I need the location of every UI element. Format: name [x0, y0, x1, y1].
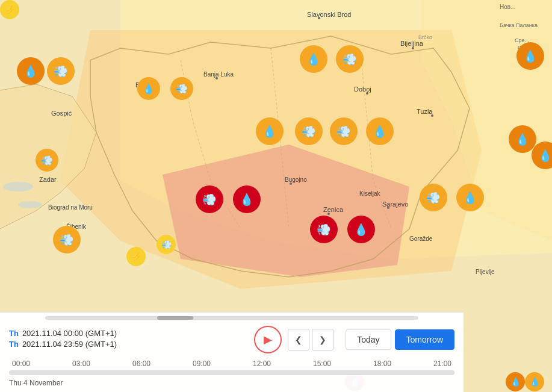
play-icon: ▶ [264, 333, 272, 346]
next-button[interactable]: ❯ [312, 329, 333, 350]
weather-icon-rain9[interactable]: 💧 [456, 184, 484, 211]
svg-text:Banja Luka: Banja Luka [203, 71, 234, 78]
timeline-panel: Th 2021.11.04 00:00 (GMT+1) Th 2021.11.0… [0, 312, 464, 392]
svg-text:Нов...: Нов... [500, 4, 515, 10]
weather-icon-wind1[interactable]: 💨 [47, 57, 75, 85]
tick-label: 15:00 [310, 359, 334, 368]
weather-icon-thunder2[interactable]: ⚡ [0, 0, 19, 19]
svg-point-2 [18, 201, 42, 208]
play-button[interactable]: ▶ [254, 326, 282, 353]
weather-icon-wind-red2[interactable]: 💨 [310, 216, 338, 243]
to-day-badge: Th [9, 340, 19, 349]
weather-icon-rain4[interactable]: 💧 [516, 42, 544, 70]
svg-point-1 [3, 182, 33, 191]
svg-text:Goražde: Goražde [409, 235, 433, 242]
weather-icon-wind2[interactable]: 💨 [170, 77, 193, 100]
weather-icon-wind4[interactable]: 💨 [295, 117, 323, 145]
weather-icon-rain7[interactable]: 💧 [509, 125, 536, 153]
svg-text:Bugojno: Bugojno [285, 176, 307, 183]
timeline-track[interactable] [9, 370, 454, 375]
weather-icon-rain11[interactable]: 💧 [525, 372, 544, 391]
date-label: Thu 4 November [9, 379, 454, 387]
time-from-row: Th 2021.11.04 00:00 (GMT+1) [9, 329, 248, 338]
to-datetime: 2021.11.04 23:59 (GMT+1) [22, 340, 117, 349]
weather-icon-rain1[interactable]: 💧 [17, 57, 45, 85]
svg-text:Kiseljak: Kiseljak [359, 190, 380, 197]
time-ticks: 00:0003:0006:0009:0012:0015:0018:0021:00 [9, 359, 454, 368]
scroll-indicator[interactable] [45, 316, 418, 320]
weather-icon-rain6[interactable]: 💧 [366, 117, 394, 145]
svg-point-8 [412, 47, 414, 49]
tick-label: 18:00 [370, 359, 394, 368]
svg-text:Tuzla: Tuzla [417, 108, 433, 115]
day-buttons: Today Tomorrow [346, 329, 454, 350]
tick-label: 00:00 [9, 359, 33, 368]
prev-button[interactable]: ❮ [288, 329, 309, 350]
weather-icon-rain5[interactable]: 💧 [256, 117, 284, 145]
svg-text:Slavonski Brod: Slavonski Brod [307, 11, 351, 18]
weather-icon-wind6[interactable]: 💨 [36, 149, 58, 172]
timeline-info: Th 2021.11.04 00:00 (GMT+1) Th 2021.11.0… [9, 329, 248, 350]
time-to-row: Th 2021.11.04 23:59 (GMT+1) [9, 340, 248, 349]
svg-text:Sarajevo: Sarajevo [382, 201, 408, 208]
weather-icon-rain3[interactable]: 💧 [300, 45, 327, 73]
svg-text:Pljevlje: Pljevlje [476, 269, 495, 275]
tick-label: 03:00 [69, 359, 93, 368]
weather-icon-wind-red1[interactable]: 💨 [196, 185, 223, 213]
weather-icon-wind3[interactable]: 💨 [336, 45, 364, 73]
tick-label: 12:00 [250, 359, 274, 368]
svg-text:Bijeljina: Bijeljina [400, 40, 424, 47]
from-datetime: 2021.11.04 00:00 (GMT+1) [22, 329, 117, 338]
svg-text:Zadar: Zadar [39, 176, 57, 183]
svg-text:Zenica: Zenica [323, 206, 344, 213]
from-day-badge: Th [9, 329, 19, 338]
weather-icon-wind7[interactable]: 💨 [53, 226, 81, 254]
weather-icon-wind9[interactable]: 💨 [420, 184, 447, 211]
tick-label: 21:00 [430, 359, 454, 368]
weather-icon-rain-red2[interactable]: 💧 [347, 216, 375, 243]
tomorrow-button[interactable]: Tomorrow [395, 329, 454, 350]
svg-text:Brčko: Brčko [418, 34, 432, 40]
svg-text:Gospić: Gospić [51, 110, 72, 117]
scroll-thumb [157, 316, 193, 320]
nav-buttons: ❮ ❯ [288, 329, 333, 350]
tick-label: 09:00 [190, 359, 214, 368]
timeline-top: Th 2021.11.04 00:00 (GMT+1) Th 2021.11.0… [0, 320, 464, 359]
svg-text:Doboj: Doboj [354, 86, 371, 93]
today-button[interactable]: Today [346, 329, 391, 350]
weather-icon-rain-red1[interactable]: 💧 [233, 185, 261, 213]
tick-label: 06:00 [129, 359, 154, 368]
weather-icon-rain10[interactable]: 💧 [506, 372, 525, 391]
timeline-bar: 00:0003:0006:0009:0012:0015:0018:0021:00… [0, 359, 464, 392]
svg-text:Бачка Паланка: Бачка Паланка [500, 22, 538, 28]
weather-icon-wind8[interactable]: 💨 [157, 235, 176, 254]
svg-text:Biograd na Moru: Biograd na Moru [48, 204, 93, 211]
weather-icon-wind5[interactable]: 💨 [330, 117, 358, 145]
weather-icon-thunder1[interactable]: ⚡ [126, 247, 146, 266]
weather-icon-rain2[interactable]: 💧 [137, 77, 160, 100]
